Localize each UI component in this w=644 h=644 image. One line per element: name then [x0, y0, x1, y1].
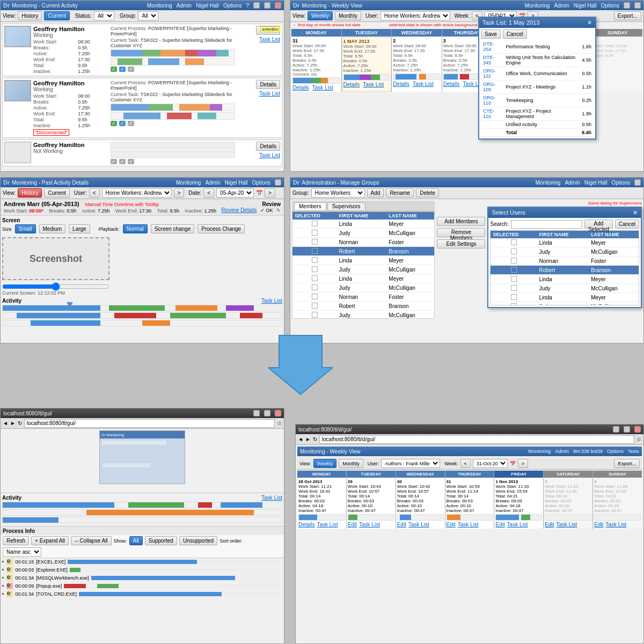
close-btn[interactable]: [275, 2, 281, 9]
member-cb-9[interactable]: [292, 302, 337, 311]
maximize-btn[interactable]: [264, 2, 270, 9]
back-btn-2[interactable]: ◄: [298, 436, 303, 442]
min-btn-4[interactable]: [634, 179, 641, 186]
star-btn-2[interactable]: ☆: [636, 436, 641, 442]
size-medium-btn[interactable]: Medium: [39, 224, 66, 233]
br-min[interactable]: [253, 410, 260, 416]
address-bar-right[interactable]: [319, 435, 634, 444]
reload-btn[interactable]: ↻: [18, 420, 22, 426]
supported-btn[interactable]: Supported: [145, 536, 177, 545]
member-cb-2[interactable]: [292, 238, 337, 247]
member-cb-8[interactable]: [292, 292, 337, 302]
edit-icon[interactable]: ✎: [276, 208, 281, 213]
task-list-may1[interactable]: Task List: [363, 82, 384, 87]
inner-user-select[interactable]: Authors - Frank Miller: [381, 459, 440, 468]
details-link-2[interactable]: Details: [393, 81, 409, 87]
inner-tasklist-5[interactable]: Task List: [507, 522, 528, 528]
normal-btn[interactable]: Normal: [123, 224, 148, 233]
export-btn[interactable]: Export...: [614, 11, 641, 20]
next-date-btn[interactable]: >: [265, 188, 275, 197]
nav-mon-2[interactable]: Monitoring: [525, 3, 550, 9]
nav-options-4[interactable]: Options: [612, 180, 630, 186]
task-list-bot[interactable]: Task List: [261, 495, 282, 501]
monthly-btn[interactable]: Monthly: [335, 11, 361, 20]
br2-close[interactable]: [634, 426, 641, 433]
inner-nav-tests[interactable]: Tests: [628, 449, 639, 454]
su-cb-2[interactable]: [491, 257, 537, 266]
inner-edit-7[interactable]: Edit: [594, 522, 603, 528]
inner-edit-6[interactable]: Edit: [545, 522, 554, 528]
min-btn-3[interactable]: [275, 179, 281, 186]
current-btn-past[interactable]: Current: [44, 188, 69, 197]
inner-nav-mon[interactable]: Monitoring: [528, 449, 551, 454]
max-btn-2[interactable]: [634, 2, 641, 9]
details-link-may1[interactable]: Details: [343, 82, 360, 87]
group-select[interactable]: All: [138, 11, 158, 20]
collapse-all-btn[interactable]: -- Collapse All: [71, 536, 112, 545]
inner-weekly-btn[interactable]: Weekly: [313, 459, 336, 468]
rename-group-btn[interactable]: Rename: [386, 188, 414, 197]
reload-btn-2[interactable]: ↻: [313, 436, 317, 442]
cal-icon[interactable]: 📅: [256, 190, 262, 196]
history-btn-past[interactable]: History: [18, 188, 42, 197]
nav-user-2[interactable]: Nigel Hall: [574, 3, 597, 9]
all-btn[interactable]: All: [129, 536, 143, 545]
member-cb-4[interactable]: [292, 256, 337, 265]
remove-members-btn[interactable]: Remove Members: [437, 228, 485, 237]
playback-slider[interactable]: [2, 284, 109, 289]
su-cb-4[interactable]: [491, 275, 537, 284]
task-list-2[interactable]: Task List: [413, 81, 434, 87]
inner-tasklist-6[interactable]: Task List: [556, 522, 577, 528]
cancel-task-btn[interactable]: Cancel: [503, 30, 527, 39]
inner-tasklist-2[interactable]: Task List: [359, 522, 380, 528]
size-large-btn[interactable]: Large: [69, 224, 90, 233]
nav-mon-4[interactable]: Monitoring: [536, 180, 561, 186]
nav-admin-4[interactable]: Admin: [565, 180, 580, 186]
inner-nav-options[interactable]: Options: [607, 449, 624, 454]
nav-help[interactable]: ?: [246, 3, 249, 9]
nav-admin-2[interactable]: Admin: [554, 3, 569, 9]
member-cb-7[interactable]: [292, 283, 337, 292]
member-cb-1[interactable]: [292, 229, 337, 238]
su-cb-6[interactable]: [491, 293, 537, 302]
screenshot-display[interactable]: Screenshot: [2, 237, 109, 280]
task-list-link-3[interactable]: Task List: [259, 152, 280, 158]
inner-tasklist-3[interactable]: Task List: [408, 522, 429, 528]
task-list-31[interactable]: Task List: [312, 85, 333, 91]
member-cb-6[interactable]: [292, 274, 337, 283]
user-select-2[interactable]: Home Workers: Andrew Marr: [380, 11, 450, 20]
inner-cal[interactable]: 📅: [510, 461, 516, 466]
member-cb-0[interactable]: [292, 219, 337, 229]
inner-nav-admin[interactable]: Admin: [555, 449, 569, 454]
su-cb-0[interactable]: [491, 238, 537, 247]
forward-btn-2[interactable]: ►: [305, 436, 311, 442]
su-cb-5[interactable]: [491, 284, 537, 293]
su-cb-7[interactable]: [491, 302, 537, 306]
members-tab[interactable]: Members: [294, 202, 326, 210]
details-btn-3[interactable]: Details: [256, 142, 280, 151]
nav-options-3[interactable]: Options: [252, 180, 270, 186]
screen-change-btn[interactable]: Screen change: [151, 224, 194, 233]
inner-edit-3[interactable]: Edit: [397, 522, 406, 528]
min-btn-2[interactable]: [624, 2, 630, 9]
details-btn-2[interactable]: Details: [256, 80, 280, 89]
inner-tasklist-4[interactable]: Task List: [458, 522, 479, 528]
inner-details-1[interactable]: Details: [298, 522, 315, 528]
back-btn[interactable]: ◄: [3, 420, 8, 426]
nav-user[interactable]: Nigel Hall: [196, 3, 219, 9]
proc-expand-1[interactable]: +: [2, 559, 4, 565]
nav-options-2[interactable]: Options: [601, 3, 619, 9]
inner-tasklist-1[interactable]: Task List: [317, 522, 338, 528]
details-link-3[interactable]: Details: [443, 81, 460, 87]
forward-btn[interactable]: ►: [10, 420, 16, 426]
date-select[interactable]: 05-Apr-2013: [216, 188, 254, 197]
nav-user-4[interactable]: Nigel Hall: [584, 180, 608, 186]
cancel-select-btn[interactable]: Cancel: [615, 219, 639, 229]
sort-select[interactable]: Name asc: [3, 547, 41, 557]
br2-min[interactable]: [613, 426, 619, 433]
prev-user-btn[interactable]: <: [89, 188, 100, 197]
inner-edit-5[interactable]: Edit: [495, 522, 504, 528]
nav-mon-3[interactable]: Monitoring: [176, 180, 201, 186]
add-selected-btn[interactable]: Add Selected: [584, 219, 613, 229]
su-cb-3[interactable]: [491, 266, 537, 275]
